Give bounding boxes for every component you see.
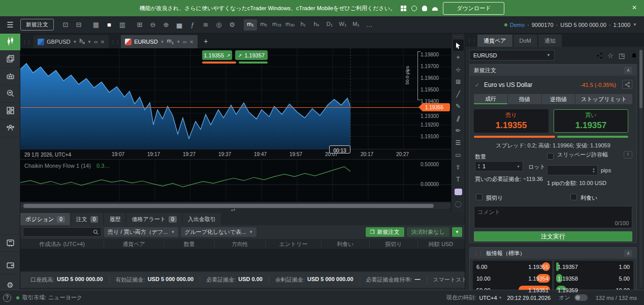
time-toggle[interactable] (574, 294, 588, 301)
close-selector-button[interactable]: 決済対象なし (407, 227, 450, 237)
chevron-down-icon[interactable]: ▼ (499, 296, 502, 299)
stepper-arrows[interactable]: ▲▼ (590, 167, 597, 173)
chevron-down-icon[interactable]: ▼ (160, 40, 165, 44)
timezone-selector[interactable]: UTC+4 (479, 295, 497, 301)
right-panel-scrollbar[interactable] (639, 50, 642, 288)
chevron-down-icon[interactable]: ▼ (176, 40, 180, 44)
account-selector[interactable]: Demo · 9000170 · USD 5 000 000.00 · 1:10… (504, 22, 644, 28)
indicators-icon[interactable]: ƒ (186, 19, 199, 31)
tab-timeframe[interactable]: h4 (79, 38, 85, 45)
search-input[interactable] (23, 229, 90, 235)
timeframe-h1[interactable]: h1 (297, 19, 310, 30)
tab-orders[interactable]: 注文0 (71, 213, 104, 225)
chart-view-icon[interactable]: ⊡ (59, 19, 72, 31)
crosshair-tool-icon[interactable]: + (453, 52, 464, 63)
dot-crosshair-tool-icon[interactable]: ⊹ (453, 64, 464, 75)
dom-bid-row[interactable]: 10.00 1.19354 (473, 272, 552, 284)
timeframe-m15[interactable]: m15 (270, 19, 283, 30)
link-icon[interactable]: ∞ (94, 39, 98, 45)
download-button[interactable]: ダウンロード (443, 2, 504, 15)
sidebar-item-wallet[interactable] (0, 257, 20, 274)
chart-scrollbar-thumb[interactable] (23, 204, 434, 208)
indicator-name[interactable]: Chaikin Money Flow 1 (14) (24, 163, 91, 169)
tab-timeframe[interactable]: m1 (167, 38, 174, 45)
color-swatch[interactable] (453, 186, 464, 197)
square-crosshair-tool-icon[interactable]: ⊞ (453, 76, 464, 87)
tab-notifications[interactable]: 通知 (538, 35, 562, 47)
dom-bid-row[interactable]: 6.00 1.19355 (473, 261, 552, 272)
timeframe-m5[interactable]: m5 (257, 19, 270, 30)
sidebar-item-cbots[interactable] (0, 68, 20, 85)
order-type-stoplimit[interactable]: ストップリミット (575, 94, 632, 104)
close-selector-dropdown[interactable]: ▼ (452, 227, 462, 237)
new-order-header[interactable]: 新規注文 ∧ (470, 65, 636, 76)
chevron-down-icon[interactable]: ▼ (87, 40, 91, 44)
zoom-in-icon[interactable]: ⊕ (159, 19, 173, 31)
pane-resize-handle[interactable]: ▴▾ (231, 208, 236, 212)
menu-icon[interactable]: ☰ (0, 16, 20, 34)
multi-layout-icon[interactable]: ▥ (116, 19, 129, 31)
link-icon[interactable]: ∞ (183, 39, 187, 45)
grouping-filter-dropdown[interactable]: グループ化しないで表...▼ (181, 227, 256, 237)
workspace-layout-icon[interactable]: ⊟ (72, 19, 85, 31)
close-tab-icon[interactable]: ✕ (101, 39, 105, 45)
detach-icon[interactable]: ◳ (617, 50, 627, 60)
order-type-market[interactable]: 成行 (474, 94, 507, 104)
brush-tool-icon[interactable]: ✏ (453, 125, 464, 136)
polyline-tool-icon[interactable]: ∥ (451, 111, 465, 126)
slippage-input[interactable]: ▲▼ (547, 165, 598, 175)
trendline-tool-icon[interactable]: ╱ (453, 88, 464, 100)
tab-symbols[interactable]: 通貨ペア (477, 35, 512, 47)
timeframe-m1[interactable]: m1 (244, 19, 257, 30)
fibonacci-tool-icon[interactable]: ☰ (453, 137, 464, 148)
order-type-stop[interactable]: 逆指値 (542, 94, 575, 104)
grid-layout-icon[interactable]: ▦ (89, 19, 103, 31)
sidebar-item-plugins[interactable] (0, 103, 20, 120)
sidebar-item-copy[interactable] (0, 51, 20, 68)
help-icon[interactable]: ? (3, 294, 11, 302)
direction-filter-dropdown[interactable]: 売り / 買い両方（デフ...▼ (104, 227, 178, 237)
volume-icon[interactable]: ▅ (173, 19, 186, 31)
share-icon[interactable] (594, 50, 604, 60)
sidebar-item-community[interactable] (0, 120, 20, 137)
pointer-tool-icon[interactable] (453, 40, 464, 51)
stop-loss-checkbox[interactable] (476, 194, 482, 200)
new-order-button-bottom[interactable]: ❐新規注文 (366, 227, 404, 237)
arrow-shape-tool-icon[interactable]: ⇧ (453, 162, 464, 173)
comment-input[interactable] (474, 206, 632, 220)
tab-dom[interactable]: DoM (513, 35, 537, 47)
bell-icon[interactable] (629, 50, 639, 60)
collapse-icon[interactable]: ∧ (624, 67, 632, 74)
drag-handle[interactable]: ⋯⋯ (454, 35, 463, 39)
sidebar-item-analyze[interactable] (0, 85, 20, 103)
timeframe-d1[interactable]: D1 (323, 19, 336, 30)
share-icon[interactable] (622, 80, 632, 89)
dom-header[interactable]: ⋮⋮ 板情報（標準） ∧ (470, 248, 636, 259)
sidebar-item-trade[interactable] (0, 34, 20, 51)
timeframe-m30[interactable]: m30 (283, 19, 297, 30)
chevron-down-icon[interactable]: ▼ (73, 40, 77, 44)
stepper-arrows[interactable]: ▲▼ (475, 163, 482, 169)
take-profit-checkbox[interactable] (570, 194, 577, 200)
dom-ask-row[interactable]: 1.19358 5.00 (554, 272, 633, 284)
chart-tab-eurusd[interactable]: EURUSD ▼ m1 ▼ ∞ ✕ (121, 35, 198, 48)
positions-search[interactable] (23, 227, 102, 237)
add-chart-tab-button[interactable]: + (204, 37, 208, 45)
star-icon[interactable]: ☆ (605, 50, 616, 60)
timeframe-h4[interactable]: h4 (310, 19, 323, 30)
close-tab-icon[interactable]: ✕ (189, 39, 194, 45)
quick-buy-button[interactable]: ↗1.19357 (235, 50, 268, 60)
tab-transactions[interactable]: 入出金取引 (183, 213, 221, 225)
place-order-button[interactable]: 注文実行 (474, 231, 632, 241)
dom-ask-row[interactable]: 1.19357 1.00 (554, 261, 633, 272)
rectangle-tool-icon[interactable]: ▭ (453, 149, 464, 161)
timeframe-w1[interactable]: W1 (336, 19, 349, 30)
new-chart-icon[interactable]: ⊞ (133, 19, 146, 31)
more-timeframes-icon[interactable]: … (363, 19, 376, 31)
ellipse-tool-icon[interactable]: ◯ (453, 198, 464, 209)
quick-sell-button[interactable]: 1.19355↗ (202, 50, 232, 60)
sell-button[interactable]: 売り 1.19355 (474, 109, 549, 133)
symbol-selector[interactable]: EURUSD▼ (469, 50, 555, 60)
zoom-out-icon[interactable]: ⊖ (146, 19, 159, 31)
new-order-button[interactable]: 新規注文 (20, 19, 54, 30)
